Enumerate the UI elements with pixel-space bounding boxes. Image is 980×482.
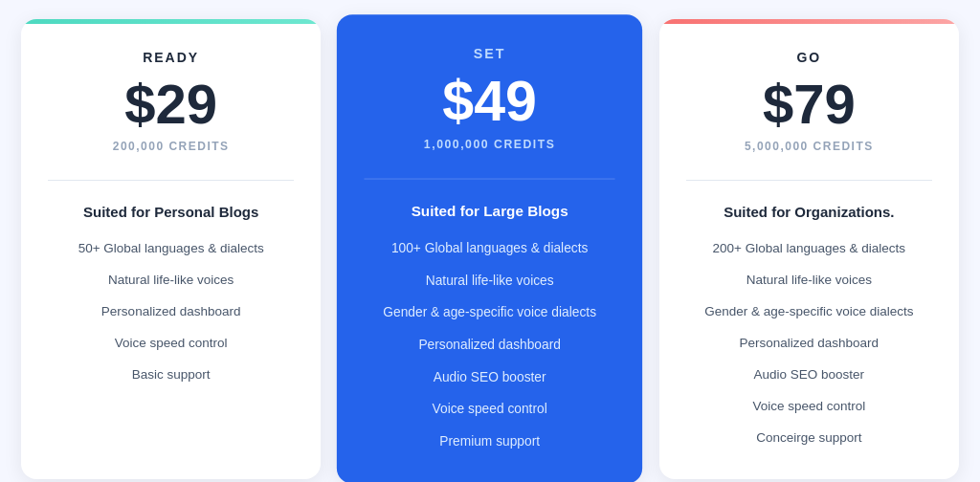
list-item: Audio SEO booster [365, 365, 615, 387]
list-item: 100+ Global languages & dialects [365, 237, 615, 259]
plan-tagline-go: Suited for Organizations. [724, 204, 894, 220]
list-item: 50+ Global languages & dialects [48, 237, 294, 259]
list-item: Voice speed control [686, 395, 932, 417]
plan-card-go[interactable]: GO$795,000,000 CREDITSSuited for Organiz… [659, 19, 959, 479]
list-item: Voice speed control [365, 398, 615, 420]
plan-card-set[interactable]: SET$491,000,000 CREDITSSuited for Large … [337, 14, 643, 482]
list-item: Gender & age-specific voice dialects [365, 301, 615, 323]
plan-name-go: GO [796, 50, 821, 65]
list-item: Voice speed control [48, 332, 294, 354]
pricing-container: READY$29200,000 CREDITSSuited for Person… [21, 19, 959, 479]
plan-tagline-set: Suited for Large Blogs [412, 203, 568, 219]
plan-credits-go: 5,000,000 CREDITS [745, 140, 874, 153]
divider-go [686, 180, 932, 181]
divider-ready [48, 180, 294, 181]
list-item: Natural life-like voices [365, 269, 615, 291]
features-list-go: 200+ Global languages & dialectsNatural … [686, 237, 932, 449]
plan-name-set: SET [474, 46, 506, 61]
plan-tagline-ready: Suited for Personal Blogs [83, 204, 258, 220]
list-item: 200+ Global languages & dialects [686, 237, 932, 259]
features-list-set: 100+ Global languages & dialectsNatural … [365, 237, 615, 452]
plan-credits-ready: 200,000 CREDITS [113, 140, 230, 153]
list-item: Natural life-like voices [686, 269, 932, 291]
list-item: Audio SEO booster [686, 363, 932, 385]
features-list-ready: 50+ Global languages & dialectsNatural l… [48, 237, 294, 385]
plan-price-set: $49 [443, 73, 538, 129]
list-item: Conceirge support [686, 427, 932, 449]
plan-name-ready: READY [143, 50, 199, 65]
plan-price-ready: $29 [124, 77, 217, 132]
list-item: Premium support [365, 430, 615, 452]
plan-price-go: $79 [763, 77, 856, 132]
plan-card-ready[interactable]: READY$29200,000 CREDITSSuited for Person… [21, 19, 321, 479]
list-item: Gender & age-specific voice dialects [686, 300, 932, 322]
list-item: Personalized dashboard [686, 332, 932, 354]
list-item: Basic support [48, 363, 294, 385]
list-item: Natural life-like voices [48, 269, 294, 291]
list-item: Personalized dashboard [365, 334, 615, 356]
list-item: Personalized dashboard [48, 300, 294, 322]
divider-set [365, 179, 615, 180]
plan-credits-set: 1,000,000 CREDITS [424, 138, 556, 151]
